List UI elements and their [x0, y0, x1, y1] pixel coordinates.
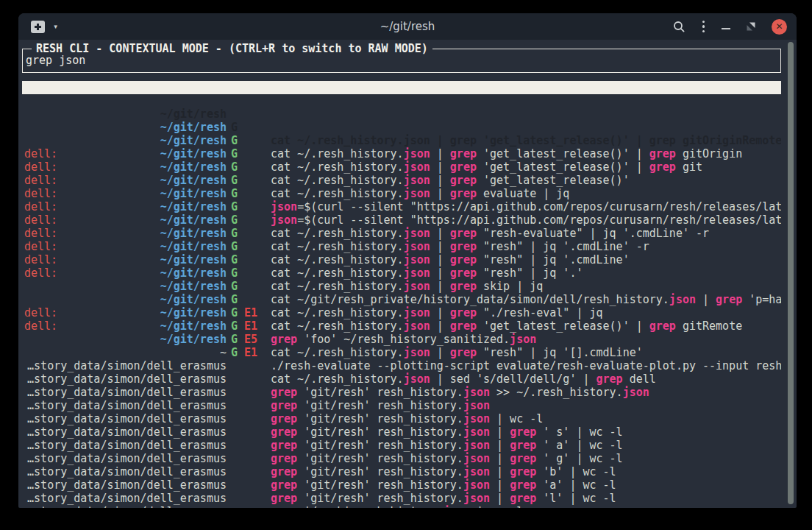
titlebar[interactable]: ~/git/resh ▾	[18, 13, 797, 40]
history-row[interactable]: dell: ~/git/resh G cat ~/.resh_history.j…	[22, 227, 781, 240]
history-row[interactable]: dell: ~/git/resh G E1 ./resh-evaluate --…	[22, 306, 781, 319]
history-row[interactable]: …story_data/simon/dell_erasmus grep 'git…	[22, 386, 781, 399]
resh-header-title: RESH CLI - CONTEXTUAL MODE - (CTRL+R to …	[32, 42, 432, 55]
history-row[interactable]: dell: ~/git/resh G cat ~/.resh_history.j…	[22, 134, 781, 147]
history-row[interactable]: dell: ~/git/resh G E5 cat ~/.resh_histor…	[22, 293, 781, 306]
history-row[interactable]: ~/git/resh G E1 cat ~/.resh_history.json…	[22, 266, 781, 280]
kebab-icon	[702, 21, 705, 24]
history-row[interactable]: …story_data/simon/dell_erasmus grep 'git…	[22, 399, 781, 412]
history-row[interactable]: …story_data/simon/dell_erasmus grep 'git…	[22, 372, 781, 386]
close-button[interactable]: ✕	[772, 19, 787, 35]
terminal-window: ~/git/resh ▾	[18, 13, 797, 508]
history-row[interactable]: dell: ~/git/resh G cat ~/.resh_history.j…	[22, 187, 781, 200]
history-row[interactable]: …story_data/simon/dell_erasmus grep '/re…	[22, 452, 781, 465]
history-row[interactable]: …story_data/simon/dell_erasmus grep 'git…	[22, 439, 781, 452]
history-row[interactable]: …story_data/simon/dell_erasmus grep 'git…	[22, 425, 781, 439]
history-row[interactable]: …story_data/simon/dell_erasmus grep 'git…	[22, 346, 781, 359]
history-row[interactable]: dell: ~/git/resh G cat ~/.resh_history.j…	[22, 253, 781, 266]
chevron-down-icon: ▾	[53, 22, 58, 31]
history-row[interactable]: dell: ~/git/resh G json=$(curl --silent …	[22, 160, 781, 174]
history-row[interactable]: ~/git/resh G cat ~/.resh_history.json | …	[22, 121, 781, 134]
minimize-button[interactable]	[722, 24, 730, 29]
history-row[interactable]: ~/git/resh G cat ~/.resh_history.json | …	[22, 81, 781, 94]
history-row[interactable]: …story_data/simon/dell_erasmus grep 'git…	[22, 333, 781, 346]
restore-icon	[746, 21, 756, 32]
history-row[interactable]: ~/git/resh G cat ~/.resh_history.json | …	[22, 107, 781, 121]
history-row[interactable]: ~ cat ~/.resh_history.json | sed 's/dell…	[22, 319, 781, 333]
history-row[interactable]: …story_data/simon/dell_erasmus grep 'res…	[22, 478, 781, 492]
search-icon	[673, 21, 685, 33]
history-row[interactable]: ~/git/resh G E1 grep 'foo' ~/resh_histor…	[22, 280, 781, 293]
menu-button[interactable]	[701, 19, 707, 35]
history-row[interactable]: dell: ~/git/resh G cat ~/.resh_history.j…	[22, 200, 781, 213]
history-row[interactable]: dell: ~/git/resh G json=$(curl --silent …	[22, 147, 781, 160]
tab-chooser-button[interactable]: ▾	[53, 22, 58, 31]
resh-header: RESH CLI - CONTEXTUAL MODE - (CTRL+R to …	[22, 49, 781, 73]
history-row[interactable]: …story_data/simon/dell_erasmus grep 'res…	[22, 465, 781, 478]
new-tab-icon	[31, 21, 45, 33]
terminal-content: RESH CLI - CONTEXTUAL MODE - (CTRL+R to …	[18, 40, 797, 508]
history-row[interactable]: …story_data/simon/dell_erasmus grep 'git…	[22, 412, 781, 425]
new-tab-button[interactable]	[31, 21, 45, 33]
path-cell: …story_data/simon/dell_erasmus	[24, 505, 227, 508]
history-row[interactable]: dell: ~/git/resh G cat ~/.resh_history.j…	[22, 213, 781, 227]
minimize-icon	[722, 28, 730, 29]
history-row[interactable]: ~/git/resh G cat ~/.resh_history.json | …	[22, 94, 781, 107]
history-list: ~/git/resh G cat ~/.resh_history.json | …	[22, 81, 781, 505]
close-icon: ✕	[775, 22, 783, 31]
scrollbar[interactable]	[788, 42, 794, 504]
history-row[interactable]: …story_data/simon/dell_erasmus grep 'res…	[22, 492, 781, 505]
restore-button[interactable]	[746, 21, 756, 32]
history-row[interactable]: dell: ~/git/resh G cat ~/git/resh_privat…	[22, 240, 781, 253]
command-cell: grep '/resh' resh_history.json | wc -l	[271, 505, 781, 508]
history-row[interactable]: dell: ~/git/resh G cat ~/.resh_history.j…	[22, 174, 781, 187]
history-row[interactable]: …story_data/simon/dell_erasmus grep 'git…	[22, 359, 781, 372]
search-button[interactable]	[673, 21, 685, 33]
